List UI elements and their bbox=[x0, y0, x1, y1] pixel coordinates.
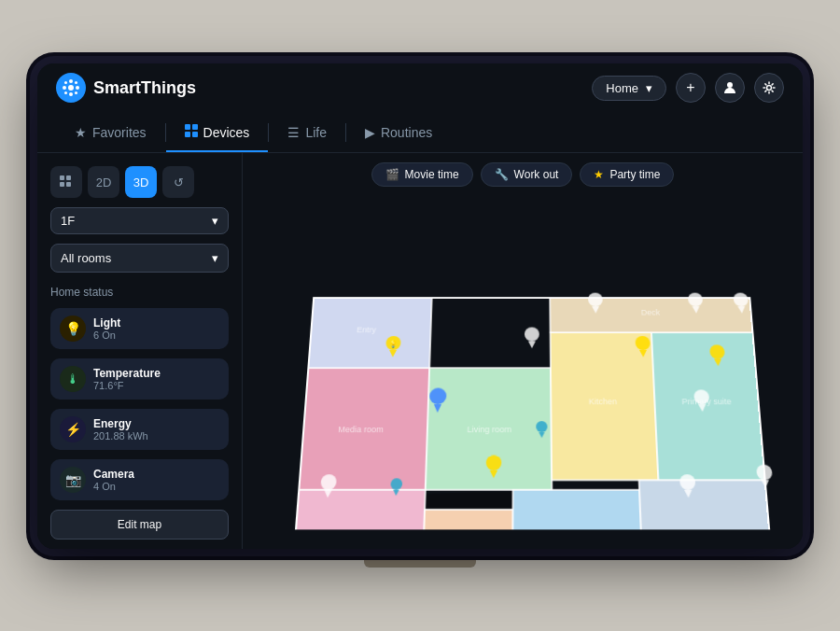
svg-text:💡: 💡 bbox=[388, 339, 399, 348]
svg-point-8 bbox=[75, 91, 77, 94]
map-area: 🎬 Movie time 🔧 Work out ★ Party time bbox=[243, 153, 803, 549]
party-time-button[interactable]: ★ Party time bbox=[580, 162, 674, 187]
header: SmartThings Home ▾ + bbox=[37, 63, 803, 112]
floor-plan: Media room Bedroom Living room Porch Din… bbox=[266, 231, 778, 530]
svg-text:Deck: Deck bbox=[641, 308, 661, 317]
svg-text:Living room: Living room bbox=[467, 425, 511, 434]
app-name: SmartThings bbox=[93, 78, 196, 98]
light-icon: 💡 bbox=[60, 316, 86, 342]
workout-icon: 🔧 bbox=[495, 168, 509, 181]
svg-point-0 bbox=[68, 85, 74, 91]
camera-icon: 📷 bbox=[60, 467, 86, 493]
svg-point-6 bbox=[75, 81, 77, 84]
svg-rect-13 bbox=[185, 132, 190, 137]
logo-icon bbox=[56, 73, 86, 103]
svg-point-4 bbox=[76, 86, 79, 90]
status-energy[interactable]: ⚡ Energy 201.88 kWh bbox=[50, 409, 229, 450]
profile-button[interactable] bbox=[715, 73, 745, 103]
svg-rect-16 bbox=[66, 175, 71, 180]
2d-view-button[interactable]: 2D bbox=[88, 166, 119, 198]
svg-text:Entry: Entry bbox=[357, 325, 377, 334]
grid-view-button[interactable] bbox=[50, 166, 82, 198]
svg-rect-14 bbox=[192, 132, 198, 137]
add-button[interactable]: + bbox=[676, 73, 706, 103]
svg-marker-22 bbox=[422, 510, 512, 529]
nav-tabs: ★ Favorites Devices ☰ Life bbox=[37, 112, 803, 153]
svg-point-9 bbox=[727, 82, 733, 88]
tv-frame: SmartThings Home ▾ + bbox=[37, 63, 803, 549]
play-icon: ▶ bbox=[365, 125, 375, 140]
3d-view-button[interactable]: 3D bbox=[125, 166, 157, 198]
svg-point-5 bbox=[64, 81, 67, 84]
temperature-icon: 🌡 bbox=[60, 366, 86, 392]
svg-rect-18 bbox=[66, 182, 71, 187]
home-selector[interactable]: Home ▾ bbox=[592, 76, 666, 101]
chevron-down-icon: ▾ bbox=[646, 81, 652, 95]
tv-wrapper: SmartThings Home ▾ + bbox=[37, 63, 803, 568]
logo-area: SmartThings bbox=[56, 73, 196, 103]
scene-buttons: 🎬 Movie time 🔧 Work out ★ Party time bbox=[243, 153, 803, 196]
temp-status-text: Temperature 71.6°F bbox=[93, 367, 219, 391]
star-icon: ★ bbox=[75, 125, 87, 140]
grid-icon bbox=[185, 124, 198, 140]
floor-plan-svg: Media room Bedroom Living room Porch Din… bbox=[266, 231, 778, 530]
status-camera[interactable]: 📷 Camera 4 On bbox=[50, 459, 229, 500]
svg-point-2 bbox=[69, 92, 73, 96]
status-temperature[interactable]: 🌡 Temperature 71.6°F bbox=[50, 358, 229, 400]
svg-rect-11 bbox=[185, 124, 190, 130]
home-label: Home bbox=[606, 81, 638, 95]
workout-button[interactable]: 🔧 Work out bbox=[481, 162, 573, 187]
room-selector[interactable]: All rooms ▾ bbox=[50, 244, 229, 273]
svg-marker-73 bbox=[528, 342, 536, 349]
home-status-title: Home status bbox=[50, 286, 229, 299]
history-view-button[interactable]: ↺ bbox=[162, 166, 194, 198]
tab-life[interactable]: ☰ Life bbox=[269, 112, 345, 152]
main-content: 2D 3D ↺ 1F ▾ All rooms ▾ bbox=[37, 153, 803, 549]
svg-rect-17 bbox=[60, 182, 64, 187]
svg-marker-24 bbox=[512, 490, 643, 530]
svg-marker-21 bbox=[291, 490, 426, 530]
movie-icon: 🎬 bbox=[385, 168, 399, 181]
status-light[interactable]: 💡 Light 6 On bbox=[50, 308, 229, 349]
header-right: Home ▾ + bbox=[592, 73, 784, 103]
svg-text:Kitchen: Kitchen bbox=[589, 397, 618, 406]
svg-text:Media room: Media room bbox=[338, 425, 384, 434]
settings-button[interactable] bbox=[754, 73, 784, 103]
svg-point-72 bbox=[525, 328, 539, 342]
svg-point-10 bbox=[767, 86, 772, 91]
tab-devices[interactable]: Devices bbox=[166, 112, 269, 152]
energy-status-text: Energy 201.88 kWh bbox=[93, 417, 219, 442]
party-icon: ★ bbox=[594, 168, 604, 181]
edit-map-button[interactable]: Edit map bbox=[50, 510, 229, 540]
svg-point-1 bbox=[69, 79, 73, 83]
sidebar: 2D 3D ↺ 1F ▾ All rooms ▾ bbox=[37, 153, 243, 549]
tab-routines[interactable]: ▶ Routines bbox=[346, 112, 451, 152]
view-controls: 2D 3D ↺ bbox=[50, 166, 229, 198]
movie-time-button[interactable]: 🎬 Movie time bbox=[371, 162, 473, 187]
floor-map: Media room Bedroom Living room Porch Din… bbox=[243, 196, 803, 549]
svg-rect-15 bbox=[60, 175, 64, 180]
energy-icon: ⚡ bbox=[60, 416, 86, 442]
tab-favorites[interactable]: ★ Favorites bbox=[56, 112, 165, 152]
svg-rect-12 bbox=[192, 124, 198, 130]
camera-status-text: Camera 4 On bbox=[93, 468, 219, 492]
list-icon: ☰ bbox=[287, 125, 300, 140]
tv-stand bbox=[364, 549, 476, 568]
svg-point-7 bbox=[64, 91, 67, 94]
chevron-down-icon: ▾ bbox=[212, 251, 218, 265]
svg-marker-28 bbox=[639, 480, 775, 529]
svg-point-78 bbox=[536, 421, 547, 432]
floor-selector[interactable]: 1F ▾ bbox=[50, 207, 229, 234]
chevron-down-icon: ▾ bbox=[212, 214, 218, 228]
svg-point-3 bbox=[63, 86, 66, 90]
light-status-text: Light 6 On bbox=[93, 316, 219, 341]
